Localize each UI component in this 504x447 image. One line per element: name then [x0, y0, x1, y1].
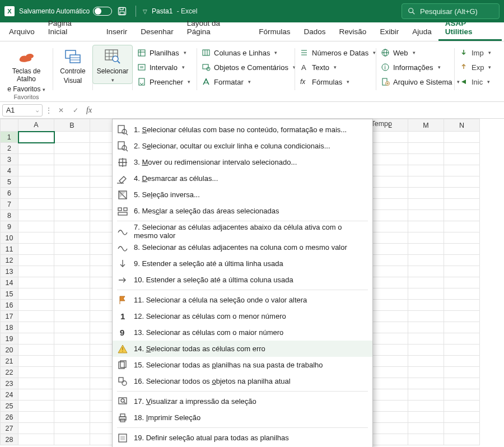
menu-item-8[interactable]: 8. Selecionar as células adjacentes na c… [113, 239, 372, 255]
row-header-26[interactable]: 26 [1, 412, 18, 423]
cell[interactable] [54, 165, 90, 176]
menu-item-14[interactable]: !14. Selecionar todas as células com err… [113, 341, 372, 357]
row-header-8[interactable]: 8 [1, 210, 18, 221]
select-all-corner[interactable] [1, 119, 18, 132]
cell[interactable] [18, 266, 54, 277]
tab-arquivo[interactable]: Arquivo [2, 23, 41, 41]
cell[interactable] [408, 322, 444, 333]
tab-exibir[interactable]: Exibir [373, 23, 405, 41]
cell[interactable] [408, 143, 444, 154]
cell[interactable] [408, 311, 444, 322]
cell[interactable] [54, 344, 90, 356]
cell[interactable] [372, 176, 408, 188]
save-icon[interactable] [118, 7, 127, 16]
visual-control-button[interactable]: Controle Visual [53, 45, 93, 86]
cell[interactable] [54, 322, 90, 333]
cell[interactable] [408, 389, 444, 401]
col-header-N[interactable]: N [444, 119, 480, 132]
cell[interactable] [372, 244, 408, 255]
cell[interactable] [18, 232, 54, 244]
cell[interactable] [372, 344, 408, 356]
cell[interactable] [54, 434, 90, 445]
menu-item-11[interactable]: 11. Selecionar a célula na seleção onde … [113, 292, 372, 308]
row-header-10[interactable]: 10 [1, 232, 18, 244]
cell[interactable] [18, 188, 54, 199]
cell[interactable] [18, 210, 54, 221]
cell[interactable] [18, 378, 54, 389]
colunas-e-linhas-button[interactable]: Colunas e Linhas▾ [198, 46, 293, 59]
row-header-5[interactable]: 5 [1, 176, 18, 188]
row-header-7[interactable]: 7 [1, 199, 18, 210]
tab-desenhar[interactable]: Desenhar [134, 23, 180, 41]
cell[interactable] [372, 188, 408, 199]
cell[interactable] [408, 188, 444, 199]
cell[interactable] [54, 367, 90, 378]
cell[interactable] [408, 412, 444, 423]
formula-input[interactable] [96, 104, 502, 117]
texto-button[interactable]: ATexto▾ [296, 60, 375, 74]
cell[interactable] [54, 154, 90, 165]
cell[interactable] [18, 165, 54, 176]
cell[interactable] [444, 210, 480, 221]
cell[interactable] [54, 232, 90, 244]
tab-asap-utilities[interactable]: ASAP Utilities [438, 15, 502, 41]
cell[interactable] [18, 244, 54, 255]
cell[interactable] [408, 199, 444, 210]
planilhas-button[interactable]: Planilhas▾ [134, 46, 195, 59]
cell[interactable] [54, 311, 90, 322]
select-button[interactable]: Selecionar ▾ [92, 45, 133, 84]
cell[interactable] [408, 344, 444, 356]
f-rmulas-button[interactable]: fxFórmulas▾ [296, 75, 375, 89]
cell[interactable] [54, 401, 90, 412]
row-header-9[interactable]: 9 [1, 221, 18, 232]
cell[interactable] [54, 199, 90, 210]
cell[interactable] [408, 266, 444, 277]
cell[interactable] [444, 221, 480, 232]
cell[interactable] [444, 367, 480, 378]
cell[interactable] [18, 322, 54, 333]
cell[interactable] [54, 221, 90, 232]
preencher-button[interactable]: Preencher▾ [134, 75, 195, 89]
cell[interactable] [372, 412, 408, 423]
exp-button[interactable]: Exp▾ [456, 60, 484, 74]
row-header-2[interactable]: 2 [1, 143, 18, 154]
cell[interactable] [372, 288, 408, 300]
row-header-11[interactable]: 11 [1, 244, 18, 255]
menu-item-19[interactable]: 19. Definir seleção atual para todas as … [113, 430, 372, 446]
menu-item-6[interactable]: 6. Mesclar a seleção das áreas seleciona… [113, 203, 372, 219]
cell[interactable] [372, 154, 408, 165]
cell[interactable] [444, 322, 480, 333]
row-header-25[interactable]: 25 [1, 401, 18, 412]
cell[interactable] [408, 434, 444, 445]
cell[interactable] [18, 277, 54, 288]
row-header-14[interactable]: 14 [1, 277, 18, 288]
cell[interactable] [54, 266, 90, 277]
menu-item-3[interactable]: 3. Mover ou redimensionar intervalo sele… [113, 154, 372, 170]
arquivo-e-sistema-button[interactable]: Arquivo e Sistema▾ [377, 75, 453, 89]
inic-button[interactable]: Inic▾ [456, 75, 484, 89]
row-header-3[interactable]: 3 [1, 154, 18, 165]
row-header-15[interactable]: 15 [1, 288, 18, 300]
row-header-19[interactable]: 19 [1, 333, 18, 344]
row-header-16[interactable]: 16 [1, 300, 18, 311]
cell[interactable] [54, 255, 90, 266]
cell[interactable] [18, 311, 54, 322]
menu-item-17[interactable]: 17. Visualizar a impressão da seleção [113, 393, 372, 409]
cell[interactable] [372, 277, 408, 288]
row-header-4[interactable]: 4 [1, 165, 18, 176]
cell[interactable] [444, 412, 480, 423]
cell[interactable] [372, 423, 408, 434]
cell[interactable] [444, 154, 480, 165]
cell[interactable] [408, 244, 444, 255]
cell[interactable] [408, 356, 444, 367]
cell[interactable] [372, 389, 408, 401]
cell[interactable] [18, 288, 54, 300]
cell[interactable] [408, 288, 444, 300]
web-button[interactable]: Web▾ [377, 46, 453, 59]
cell[interactable] [444, 277, 480, 288]
fx-icon[interactable]: fx [86, 106, 92, 115]
cell[interactable] [444, 423, 480, 434]
cell[interactable] [372, 132, 408, 143]
cell[interactable] [54, 277, 90, 288]
tab-f-rmulas[interactable]: Fórmulas [252, 23, 297, 41]
